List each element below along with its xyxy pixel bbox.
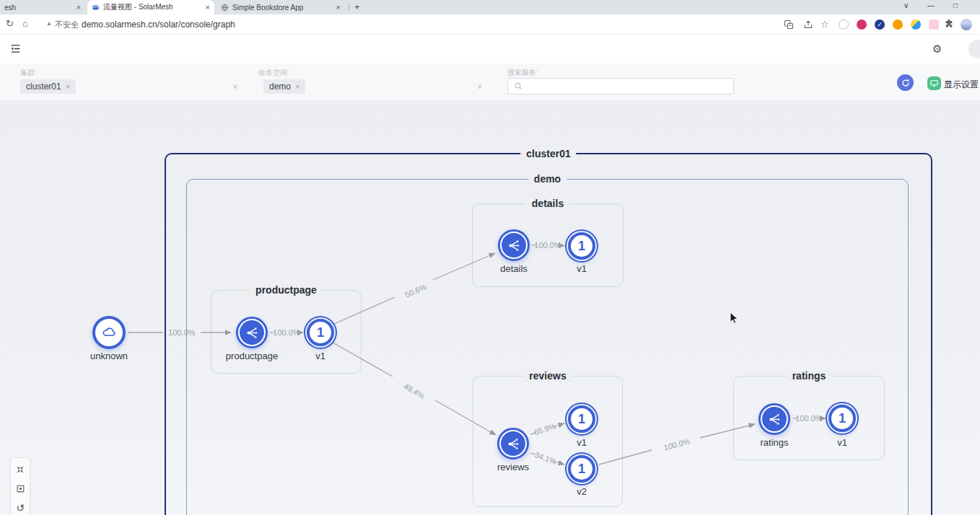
- version-count-badge: 1: [578, 462, 585, 477]
- namespace-tag[interactable]: demo ×: [263, 79, 305, 94]
- warning-icon: ▲: [46, 20, 52, 27]
- search-icon: [514, 82, 523, 91]
- search-filter-label: 搜索服务:: [507, 68, 538, 78]
- reset-icon[interactable]: ↺: [11, 498, 30, 515]
- edge-label: 100.0%: [168, 328, 195, 337]
- extension-icon[interactable]: [893, 19, 903, 30]
- bookmark-star-icon[interactable]: ☆: [821, 19, 829, 31]
- extension-icon[interactable]: [929, 19, 939, 30]
- namespace-tag-value: demo: [269, 82, 291, 92]
- edge-label: 100.0%: [795, 414, 822, 423]
- traffic-graph-canvas[interactable]: cluster01 demo productpage details revie…: [0, 101, 980, 515]
- chevron-down-icon[interactable]: ∨: [477, 82, 482, 90]
- extensions-puzzle-icon[interactable]: [944, 19, 954, 32]
- service-mesh-icon: [501, 431, 525, 456]
- home-icon[interactable]: ⌂: [22, 18, 28, 30]
- app-header: ⚙: [0, 35, 980, 63]
- service-mesh-icon: [240, 320, 264, 345]
- reload-icon[interactable]: ↻: [6, 18, 14, 30]
- browser-window: esh × 流量视图 - SolarMesh × Simple Bookstor…: [0, 0, 980, 515]
- service-mesh-icon: [762, 407, 787, 431]
- extension-icon[interactable]: [857, 19, 867, 30]
- refresh-button[interactable]: [897, 74, 914, 91]
- node-label: productpage: [226, 351, 278, 361]
- display-settings-icon[interactable]: [927, 76, 941, 90]
- tab-bookstore[interactable]: Simple Bookstore App ×: [216, 0, 345, 14]
- tab-solarmesh-partial[interactable]: esh ×: [0, 0, 85, 14]
- fullscreen-exit-icon[interactable]: [11, 460, 30, 479]
- gear-icon[interactable]: ⚙: [932, 43, 942, 56]
- new-tab-button[interactable]: +: [354, 1, 360, 12]
- tab-title: 流量视图 - SolarMesh: [103, 2, 202, 12]
- window-minimize-button[interactable]: —: [927, 1, 935, 9]
- menu-fold-icon[interactable]: [9, 43, 22, 58]
- namespace-filter-label: 命名空间:: [258, 68, 289, 78]
- url-separator: |: [76, 19, 78, 31]
- node-productpage-v1[interactable]: 1: [307, 319, 334, 346]
- fit-view-icon[interactable]: [11, 479, 30, 498]
- search-box: [507, 78, 734, 94]
- remove-tag-icon[interactable]: ×: [295, 82, 299, 91]
- node-ratings-v1[interactable]: 1: [828, 405, 856, 432]
- extension-icon[interactable]: ✓: [875, 19, 885, 30]
- url-text[interactable]: demo.solarmesh.cn/solar/console/graph: [82, 19, 235, 31]
- tab-strip: esh × 流量视图 - SolarMesh × Simple Bookstor…: [0, 0, 980, 14]
- node-reviews[interactable]: [497, 428, 529, 459]
- node-ratings[interactable]: [758, 403, 790, 435]
- search-input[interactable]: [528, 81, 733, 92]
- cluster-filter-label: 集群:: [20, 68, 37, 78]
- node-label: v1: [315, 351, 325, 361]
- node-label: ratings: [760, 437, 788, 448]
- extension-icon[interactable]: [911, 19, 921, 30]
- cluster-tag-value: cluster01: [26, 82, 61, 92]
- close-icon[interactable]: ×: [206, 4, 210, 12]
- share-icon[interactable]: [803, 19, 813, 32]
- node-label: v1: [837, 437, 847, 448]
- window-maximize-button[interactable]: □: [953, 1, 958, 9]
- node-reviews-v2[interactable]: 1: [568, 455, 595, 483]
- remove-tag-icon[interactable]: ×: [66, 82, 70, 91]
- solarmesh-favicon-icon: [92, 4, 100, 12]
- version-count-badge: 1: [578, 239, 585, 254]
- extension-icon[interactable]: [839, 19, 849, 30]
- service-mesh-icon: [502, 233, 526, 258]
- node-label: v2: [577, 486, 587, 497]
- address-bar: ↻ ⌂ ▲ 不安全 | demo.solarmesh.cn/solar/cons…: [0, 14, 980, 35]
- node-details-v1[interactable]: 1: [568, 232, 595, 260]
- node-reviews-v1[interactable]: 1: [568, 405, 595, 433]
- cluster-tag[interactable]: cluster01 ×: [20, 79, 76, 94]
- tab-title: Simple Bookstore App: [232, 4, 333, 12]
- node-label: details: [500, 263, 528, 274]
- user-avatar[interactable]: [968, 40, 980, 58]
- mouse-cursor: [727, 312, 740, 327]
- graph-edges: [0, 101, 980, 515]
- edge-label: 100.0%: [534, 241, 561, 250]
- node-label: v1: [577, 263, 587, 274]
- filter-bar: 集群: cluster01 × ∨ 命名空间: demo × ∨ 搜索服务: 显…: [0, 63, 980, 101]
- version-count-badge: 1: [578, 412, 585, 427]
- node-productpage[interactable]: [236, 317, 268, 348]
- close-icon[interactable]: ×: [336, 4, 341, 12]
- translate-icon[interactable]: [784, 19, 794, 32]
- tab-divider: [349, 4, 349, 11]
- tab-title: esh: [4, 4, 73, 12]
- tab-traffic-view[interactable]: 流量视图 - SolarMesh ×: [87, 0, 214, 14]
- version-count-badge: 1: [317, 325, 324, 340]
- graph-controls: ↺: [10, 457, 30, 515]
- node-unknown[interactable]: [92, 316, 126, 349]
- node-details[interactable]: [498, 229, 530, 261]
- node-label: v1: [577, 437, 587, 448]
- edge-label: 100.0%: [273, 328, 299, 337]
- window-chevron-icon[interactable]: ∨: [904, 1, 909, 9]
- node-label: unknown: [90, 351, 128, 361]
- profile-avatar[interactable]: [961, 19, 972, 30]
- version-count-badge: 1: [839, 411, 846, 426]
- cloud-icon: [100, 324, 118, 341]
- display-settings-label[interactable]: 显示设置: [944, 79, 979, 91]
- close-icon[interactable]: ×: [76, 4, 81, 12]
- globe-favicon-icon: [221, 4, 229, 12]
- chevron-down-icon[interactable]: ∨: [232, 82, 237, 90]
- node-label: reviews: [497, 462, 529, 472]
